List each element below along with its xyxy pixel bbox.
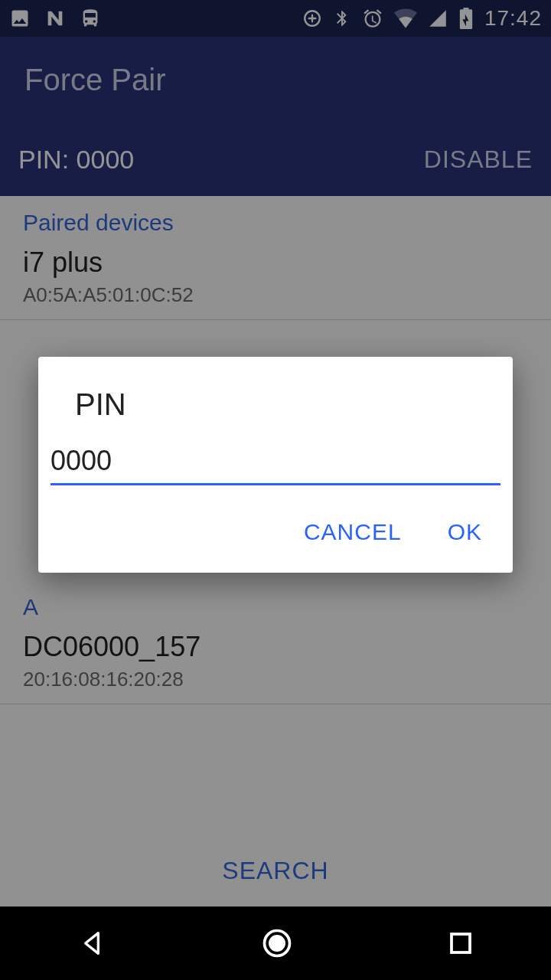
svg-rect-3 [452, 934, 470, 952]
back-icon[interactable] [77, 928, 107, 959]
ok-button[interactable]: OK [448, 519, 482, 545]
pin-dialog: PIN CANCEL OK [38, 357, 513, 573]
dialog-title: PIN [38, 387, 513, 440]
pin-input[interactable] [51, 440, 500, 485]
home-icon[interactable] [260, 926, 294, 960]
svg-point-2 [270, 936, 284, 950]
nav-bar [0, 906, 551, 980]
cancel-button[interactable]: CANCEL [304, 519, 402, 545]
recent-apps-icon[interactable] [447, 929, 474, 957]
